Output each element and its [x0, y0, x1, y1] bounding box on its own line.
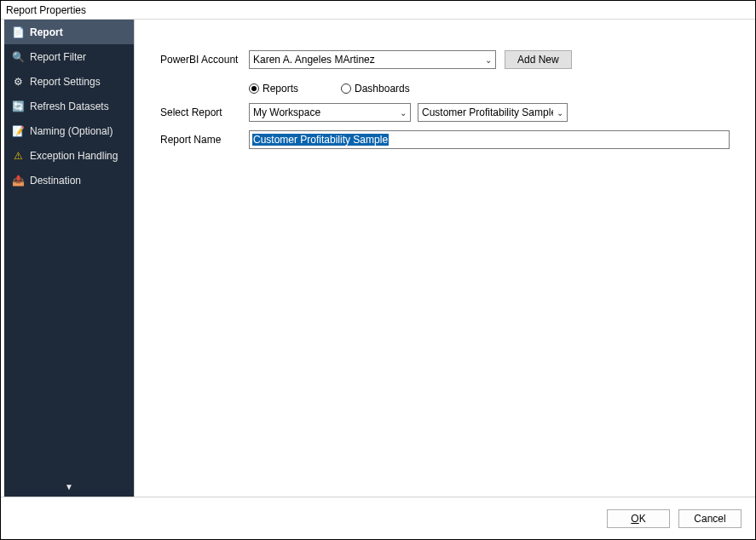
workspace-combo-value: My Workspace [253, 106, 320, 118]
settings-icon: ⚙ [11, 75, 25, 89]
add-new-button-label: Add New [517, 54, 559, 66]
account-combo[interactable]: Karen A. Angeles MArtinez ⌄ [249, 50, 496, 69]
chevron-down-icon: ▼ [65, 482, 73, 491]
sidebar-item-report[interactable]: 📄 Report [4, 20, 134, 44]
warning-icon: ⚠ [11, 149, 25, 163]
report-combo-value: Customer Profitability Sample [422, 106, 553, 118]
account-row: PowerBI Account Karen A. Angeles MArtine… [160, 50, 731, 69]
sidebar-item-label: Refresh Datasets [30, 101, 109, 112]
sidebar-item-refresh-datasets[interactable]: 🔄 Refresh Datasets [4, 94, 134, 118]
sidebar-expand-toggle[interactable]: ▼ [4, 482, 134, 491]
sidebar-item-report-settings[interactable]: ⚙ Report Settings [4, 69, 134, 94]
radio-circle-icon [341, 83, 351, 94]
sidebar-item-naming[interactable]: 📝 Naming (Optional) [4, 118, 134, 143]
filter-icon: 🔍 [11, 50, 25, 64]
ok-button[interactable]: OK [607, 509, 670, 528]
cancel-button[interactable]: Cancel [678, 509, 742, 528]
radio-dashboards[interactable]: Dashboards [341, 83, 410, 95]
sidebar-item-label: Report Settings [30, 76, 101, 88]
sidebar-item-destination[interactable]: 📤 Destination [4, 168, 134, 192]
sidebar-item-label: Naming (Optional) [30, 125, 113, 137]
account-combo-value: Karen A. Angeles MArtinez [253, 54, 375, 66]
radio-reports[interactable]: Reports [249, 83, 298, 95]
sidebar-item-exception-handling[interactable]: ⚠ Exception Handling [4, 143, 134, 168]
report-name-input[interactable]: Customer Profitability Sample [249, 130, 730, 149]
report-name-label: Report Name [160, 134, 249, 146]
footer: OK Cancel [1, 497, 755, 539]
report-icon: 📄 [11, 26, 25, 39]
destination-icon: 📤 [11, 174, 25, 187]
radio-reports-label: Reports [263, 83, 298, 95]
ok-button-label: OK [631, 513, 645, 525]
select-report-row: Select Report My Workspace ⌄ Customer Pr… [160, 103, 731, 122]
add-new-button[interactable]: Add New [505, 50, 572, 69]
workspace-combo[interactable]: My Workspace ⌄ [249, 103, 411, 122]
sidebar-item-report-filter[interactable]: 🔍 Report Filter [4, 44, 134, 69]
window-title: Report Properties [6, 4, 86, 16]
chevron-down-icon: ⌄ [485, 55, 492, 65]
select-report-label: Select Report [160, 106, 249, 118]
account-label: PowerBI Account [160, 54, 249, 66]
content-panel: PowerBI Account Karen A. Angeles MArtine… [134, 20, 752, 497]
main-area: 📄 Report 🔍 Report Filter ⚙ Report Settin… [4, 20, 752, 497]
naming-icon: 📝 [11, 124, 25, 138]
type-radio-group: Reports Dashboards [160, 78, 731, 103]
cancel-button-label: Cancel [694, 513, 725, 525]
report-name-row: Report Name Customer Profitability Sampl… [160, 130, 731, 149]
chevron-down-icon: ⌄ [400, 108, 407, 118]
sidebar: 📄 Report 🔍 Report Filter ⚙ Report Settin… [4, 20, 134, 497]
sidebar-item-label: Destination [30, 175, 81, 187]
title-bar: Report Properties [1, 1, 755, 20]
sidebar-item-label: Report Filter [30, 51, 86, 63]
refresh-icon: 🔄 [11, 100, 25, 113]
radio-dashboards-label: Dashboards [355, 83, 410, 95]
sidebar-item-label: Report [30, 26, 63, 38]
chevron-down-icon: ⌄ [557, 108, 563, 118]
radio-circle-icon [249, 83, 259, 94]
sidebar-item-label: Exception Handling [30, 150, 118, 162]
report-combo[interactable]: Customer Profitability Sample ⌄ [418, 103, 568, 122]
report-name-value: Customer Profitability Sample [252, 134, 389, 146]
